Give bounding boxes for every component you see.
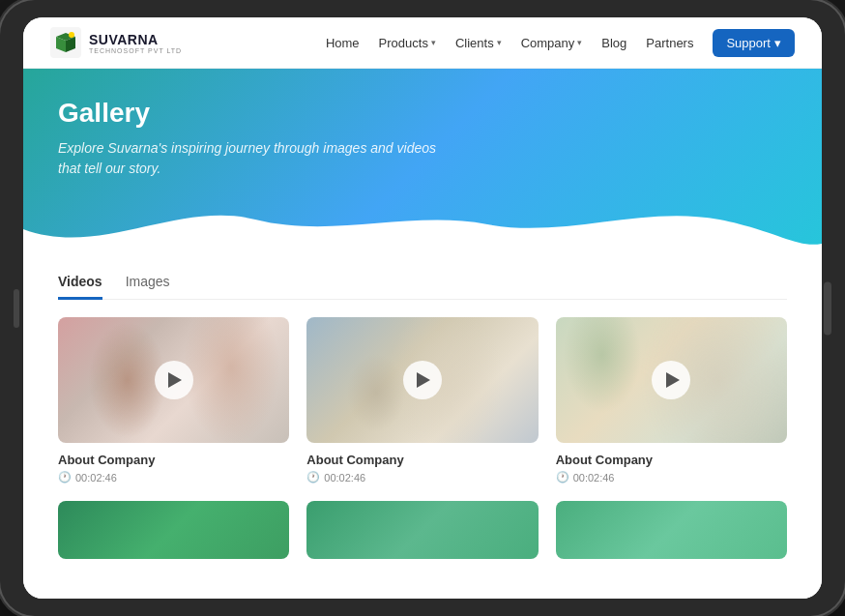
video-duration-2: 🕐 00:02:46 [306,471,538,484]
support-chevron-icon: ▾ [774,36,781,50]
video-grid-bottom [58,501,787,559]
screen: SUVARNA TECHNOSOFT PVT LTD Home Products… [23,17,822,599]
tab-videos[interactable]: Videos [58,274,102,300]
play-triangle-icon-2 [417,372,430,388]
support-button[interactable]: Support ▾ [713,29,795,57]
video-title-2: About Company [306,453,538,467]
hero-banner: Gallery Explore Suvarna's inspiring jour… [23,69,822,256]
clock-icon-2: 🕐 [306,471,320,484]
hero-wave [23,200,822,256]
video-thumbnail-1 [58,317,289,443]
logo-text: SUVARNA TECHNOSOFT PVT LTD [89,32,182,54]
video-thumbnail-3 [556,317,787,443]
products-chevron-icon: ▾ [431,38,436,47]
video-card-3[interactable]: About Company 🕐 00:02:46 [556,317,787,484]
tab-bar: Videos Images [58,256,787,300]
tablet-frame: SUVARNA TECHNOSOFT PVT LTD Home Products… [0,0,845,616]
clock-icon-1: 🕐 [58,471,72,484]
svg-point-1 [69,32,74,38]
video-thumb-bottom-2[interactable] [306,501,538,559]
play-triangle-icon [168,372,182,388]
video-thumb-bottom-1[interactable] [58,501,289,559]
video-title-1: About Company [58,453,289,467]
video-thumb-bottom-3[interactable] [556,501,787,559]
nav-links: Home Products ▾ Clients ▾ Company ▾ Blog… [326,29,795,57]
clients-chevron-icon: ▾ [497,38,502,47]
nav-partners[interactable]: Partners [646,36,693,50]
company-chevron-icon: ▾ [577,38,582,47]
tab-images[interactable]: Images [126,274,170,300]
brand-name: SUVARNA [89,32,182,47]
play-button-1[interactable] [155,361,193,399]
play-triangle-icon-3 [666,372,680,388]
clock-icon-3: 🕐 [556,471,569,484]
nav-company[interactable]: Company ▾ [521,36,583,50]
video-thumbnail-2 [306,317,538,443]
navbar: SUVARNA TECHNOSOFT PVT LTD Home Products… [23,17,822,69]
nav-clients[interactable]: Clients ▾ [455,36,502,50]
nav-blog[interactable]: Blog [601,36,626,50]
content-area: Videos Images About Company 🕐 00:02:46 [23,256,822,599]
logo-icon [50,27,81,58]
video-card-2[interactable]: About Company 🕐 00:02:46 [306,317,538,484]
video-grid: About Company 🕐 00:02:46 About Company [58,317,787,484]
play-button-2[interactable] [403,361,442,399]
nav-products[interactable]: Products ▾ [379,36,436,50]
hero-title: Gallery [58,98,787,129]
play-button-3[interactable] [652,361,690,399]
video-duration-3: 🕐 00:02:46 [556,471,787,484]
logo-area: SUVARNA TECHNOSOFT PVT LTD [50,27,182,58]
brand-sub: TECHNOSOFT PVT LTD [89,47,182,54]
video-title-3: About Company [556,453,787,467]
video-card-1[interactable]: About Company 🕐 00:02:46 [58,317,289,484]
video-duration-1: 🕐 00:02:46 [58,471,289,484]
nav-home[interactable]: Home [326,36,360,50]
hero-subtitle: Explore Suvarna's inspiring journey thro… [58,138,445,179]
